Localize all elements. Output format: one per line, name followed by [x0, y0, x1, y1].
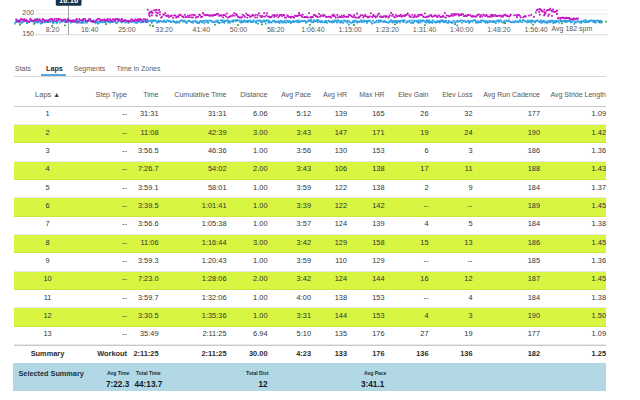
- svg-text:1:06:40: 1:06:40: [301, 26, 324, 33]
- svg-text:Avg 182 spm: Avg 182 spm: [552, 25, 593, 33]
- svg-text:8:20: 8:20: [46, 26, 60, 33]
- svg-text:200: 200: [22, 9, 34, 16]
- svg-text:1:56:40: 1:56:40: [524, 26, 547, 33]
- svg-text:16:40: 16:40: [81, 26, 99, 33]
- svg-text:41:40: 41:40: [193, 26, 211, 33]
- svg-text:1:40:00: 1:40:00: [450, 26, 473, 33]
- svg-text:1:15:00: 1:15:00: [338, 26, 361, 33]
- svg-text:25:00: 25:00: [118, 26, 136, 33]
- svg-text:150: 150: [22, 30, 34, 37]
- svg-text:1:31:40: 1:31:40: [413, 26, 436, 33]
- svg-text:16:16: 16:16: [59, 0, 78, 5]
- svg-text:33:20: 33:20: [155, 26, 173, 33]
- svg-text:50:00: 50:00: [230, 26, 248, 33]
- svg-text:1:48:20: 1:48:20: [487, 26, 510, 33]
- svg-text:58:20: 58:20: [267, 26, 285, 33]
- svg-text:1:23:20: 1:23:20: [376, 26, 399, 33]
